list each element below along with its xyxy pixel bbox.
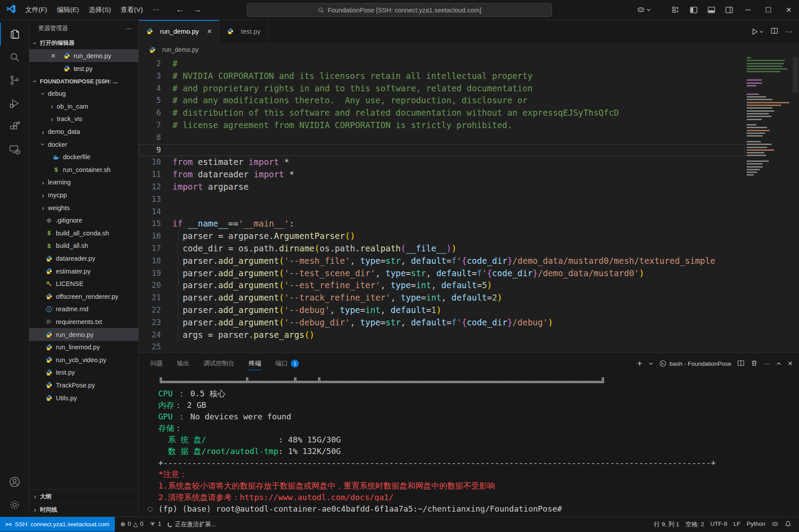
- panel-tab-问题[interactable]: 问题: [149, 353, 164, 374]
- tree-item-debug[interactable]: ›debug: [29, 87, 138, 100]
- tab-run-demo[interactable]: run_demo.py ✕: [139, 20, 219, 43]
- tree-item-learning[interactable]: ›learning: [29, 176, 138, 189]
- editor-scrollbar-thumb[interactable]: [793, 57, 798, 93]
- tree-item-offscreen_renderer.py[interactable]: offscreen_renderer.py: [29, 290, 138, 303]
- outline-section[interactable]: › 大纲: [29, 490, 138, 503]
- activitybar-settings-gear-icon[interactable]: [0, 493, 29, 516]
- activitybar-run-debug-icon[interactable]: [0, 92, 29, 115]
- panel-more-actions-icon[interactable]: ⋯: [764, 360, 770, 367]
- tree-item-run_demo.py[interactable]: run_demo.py: [29, 328, 138, 341]
- tree-item-run_ycb_video.py[interactable]: run_ycb_video.py: [29, 353, 138, 366]
- code-line-22[interactable]: 22 parser.add_argument('--debug', type=i…: [139, 304, 745, 317]
- activating-extensions-status[interactable]: 正在激活扩展...: [164, 520, 219, 528]
- encoding-indicator[interactable]: UTF-8: [707, 520, 730, 527]
- code-line-2[interactable]: 2#: [139, 58, 745, 70]
- kill-terminal-trash-icon[interactable]: [751, 360, 758, 368]
- code-editor[interactable]: 2#3# NVIDIA CORPORATION and its licensor…: [139, 56, 799, 352]
- code-line-10[interactable]: 10from estimater import *: [139, 156, 745, 168]
- tree-item-estimater.py[interactable]: estimater.py: [29, 265, 138, 278]
- indentation-indicator[interactable]: 空格: 2: [682, 520, 707, 528]
- tree-item-TrackPose.py[interactable]: TrackPose.py: [29, 379, 138, 392]
- tree-item-build_all.sh[interactable]: $build_all.sh: [29, 239, 138, 252]
- window-maximize-button[interactable]: ☐: [758, 0, 779, 20]
- tree-item-mycpp[interactable]: ›mycpp: [29, 189, 138, 202]
- toggle-secondary-sidebar-icon[interactable]: [720, 0, 738, 20]
- terminal-instance-label[interactable]: bash - FoundationPose: [659, 360, 732, 367]
- menu-view[interactable]: 查看(V): [116, 4, 148, 16]
- run-python-file-button[interactable]: [751, 28, 764, 35]
- open-editors-header[interactable]: › 打开的编辑器: [29, 37, 138, 49]
- code-line-25[interactable]: 25: [139, 341, 745, 352]
- tree-item-LICENSE[interactable]: LICENSE: [29, 278, 138, 290]
- notifications-bell-icon[interactable]: [782, 520, 795, 527]
- tab-test[interactable]: test.py: [219, 20, 268, 43]
- code-line-24[interactable]: 24 args = parser.parse_args(): [139, 329, 745, 341]
- close-panel-icon[interactable]: ✕: [787, 360, 793, 367]
- tree-item-build_all_conda.sh[interactable]: $build_all_conda.sh: [29, 227, 138, 240]
- more-actions-icon[interactable]: ⋯: [785, 27, 793, 36]
- code-line-16[interactable]: 16 parser = argparse.ArgumentParser(): [139, 230, 745, 243]
- terminal-output[interactable]: ╚═════════════════╩═════════╩════╩══════…: [139, 374, 799, 516]
- tree-item-ob_in_cam[interactable]: ›ob_in_cam: [29, 100, 138, 113]
- code-line-6[interactable]: 6# distribution of this software and rel…: [139, 107, 745, 119]
- code-line-9[interactable]: 9: [139, 144, 745, 156]
- activitybar-extensions-icon[interactable]: [0, 115, 29, 138]
- tree-item-dockerfile[interactable]: dockerfile: [29, 151, 138, 164]
- chevron-down-icon[interactable]: [649, 361, 653, 366]
- customize-layout-icon[interactable]: [667, 0, 685, 20]
- code-line-17[interactable]: 17 code_dir = os.path.dirname(os.path.re…: [139, 243, 745, 255]
- window-minimize-button[interactable]: ─: [738, 0, 758, 20]
- code-line-13[interactable]: 13: [139, 193, 745, 206]
- remote-ssh-indicator[interactable]: >< SSH: connect.yza1.seetacloud.com: [0, 517, 115, 532]
- menu-file[interactable]: 文件(F): [20, 4, 52, 16]
- tree-item-demo_data[interactable]: ›demo_data: [29, 125, 138, 138]
- menu-selection[interactable]: 选择(S): [84, 4, 116, 16]
- code-line-12[interactable]: 12import argparse: [139, 181, 745, 193]
- breadcrumb[interactable]: run_demo.py: [139, 43, 799, 56]
- tree-item-.gitignore[interactable]: .gitignore: [29, 214, 138, 227]
- code-line-5[interactable]: 5# and any modifications thereto. Any us…: [139, 94, 745, 107]
- toggle-panel-icon[interactable]: [702, 0, 720, 20]
- code-line-4[interactable]: 4# and proprietary rights in and to this…: [139, 82, 745, 95]
- copilot-menu[interactable]: [637, 6, 651, 14]
- panel-tab-端口[interactable]: 端口1: [274, 353, 300, 374]
- panel-tab-输出[interactable]: 输出: [176, 353, 190, 374]
- tree-item-readme.md[interactable]: readme.md: [29, 303, 138, 316]
- menu-more[interactable]: ⋯: [148, 4, 164, 16]
- split-editor-icon[interactable]: [771, 27, 778, 36]
- tree-item-requirements.txt[interactable]: requirements.txt: [29, 316, 138, 329]
- code-line-3[interactable]: 3# NVIDIA CORPORATION and its licensors …: [139, 70, 745, 82]
- tree-item-run_container.sh[interactable]: $run_container.sh: [29, 164, 138, 176]
- tree-item-track_vis[interactable]: ›track_vis: [29, 113, 138, 125]
- code-line-20[interactable]: 20 parser.add_argument('--est_refine_ite…: [139, 279, 745, 292]
- split-terminal-icon[interactable]: [737, 360, 744, 368]
- activitybar-search-icon[interactable]: [0, 46, 29, 69]
- code-line-19[interactable]: 19 parser.add_argument('--test_scene_dir…: [139, 267, 745, 280]
- code-line-18[interactable]: 18 parser.add_argument('--mesh_file', ty…: [139, 255, 745, 267]
- forwarded-ports-indicator[interactable]: 1: [146, 520, 164, 527]
- code-line-11[interactable]: 11from datareader import *: [139, 168, 745, 181]
- code-line-23[interactable]: 23 parser.add_argument('--debug_dir', ty…: [139, 317, 745, 329]
- tree-item-weights[interactable]: ›weights: [29, 201, 138, 214]
- tab-close-icon[interactable]: ✕: [207, 28, 212, 35]
- new-terminal-button[interactable]: +: [637, 358, 642, 369]
- language-mode-indicator[interactable]: Python: [744, 520, 768, 527]
- tree-item-Utils.py[interactable]: Utils.py: [29, 391, 138, 404]
- activitybar-account-icon[interactable]: [0, 470, 29, 493]
- problems-indicator[interactable]: ⊗0 △0: [118, 520, 147, 528]
- window-close-button[interactable]: ✕: [779, 0, 799, 20]
- open-editor-test[interactable]: test.py: [29, 62, 138, 75]
- back-arrow-icon[interactable]: ←: [176, 5, 184, 15]
- cursor-position-indicator[interactable]: 行 9, 列 1: [651, 520, 682, 528]
- toggle-primary-sidebar-icon[interactable]: [685, 0, 702, 20]
- minimap[interactable]: [747, 57, 791, 177]
- tree-item-datareader.py[interactable]: datareader.py: [29, 252, 138, 265]
- activitybar-source-control-icon[interactable]: [0, 69, 29, 92]
- close-icon[interactable]: ✕: [51, 52, 56, 59]
- code-line-15[interactable]: 15if __name__=='__main__':: [139, 218, 745, 230]
- sidebar-more-actions-icon[interactable]: ⋯: [126, 25, 133, 32]
- panel-tab-终端[interactable]: 终端: [248, 353, 262, 374]
- code-line-21[interactable]: 21 parser.add_argument('--track_refine_i…: [139, 292, 745, 304]
- open-editor-run-demo[interactable]: ✕ run_demo.py: [29, 49, 138, 62]
- forward-arrow-icon[interactable]: →: [193, 5, 201, 15]
